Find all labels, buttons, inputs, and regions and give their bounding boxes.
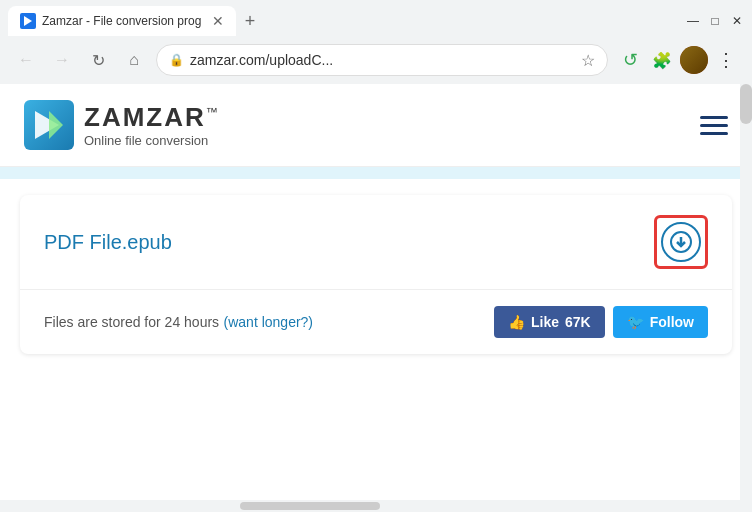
- like-count: 67K: [565, 314, 591, 330]
- new-tab-button[interactable]: +: [236, 7, 264, 35]
- title-bar-left: Zamzar - File conversion progres ✕ +: [8, 6, 264, 36]
- hamburger-line-1: [700, 116, 728, 119]
- hamburger-line-3: [700, 132, 728, 135]
- browser-tab[interactable]: Zamzar - File conversion progres ✕: [8, 6, 236, 36]
- zamzar-subtitle: Online file conversion: [84, 133, 220, 148]
- maximize-button[interactable]: □: [708, 14, 722, 28]
- logo-icon: [24, 100, 74, 150]
- svg-marker-0: [24, 16, 32, 26]
- like-label: Like: [531, 314, 559, 330]
- file-download-card: PDF File.epub Files are stored for 24 ho…: [20, 195, 732, 354]
- address-actions: ↺ 🧩 ⋮: [616, 46, 740, 74]
- bottom-scrollbar-thumb[interactable]: [240, 502, 380, 510]
- window-controls: — □ ✕: [686, 14, 744, 28]
- svg-marker-2: [49, 111, 63, 139]
- thumbs-up-icon: 👍: [508, 314, 525, 330]
- hamburger-menu-button[interactable]: [700, 116, 728, 135]
- zamzar-brand-text: ZAMZAR™ Online file conversion: [84, 102, 220, 148]
- address-bar: ← → ↻ ⌂ 🔒 zamzar.com/uploadC... ☆ ↺ 🧩 ⋮: [0, 36, 752, 84]
- follow-label: Follow: [650, 314, 694, 330]
- minimize-button[interactable]: —: [686, 14, 700, 28]
- storage-info: Files are stored for 24 hours (want long…: [44, 313, 313, 331]
- address-input[interactable]: 🔒 zamzar.com/uploadC... ☆: [156, 44, 608, 76]
- storage-row: Files are stored for 24 hours (want long…: [20, 290, 732, 354]
- browser-chrome: Zamzar - File conversion progres ✕ + — □…: [0, 0, 752, 84]
- bottom-scrollbar[interactable]: [0, 500, 740, 512]
- file-download-row: PDF File.epub: [20, 195, 732, 290]
- home-button[interactable]: ⌂: [120, 46, 148, 74]
- twitter-icon: 🐦: [627, 314, 644, 330]
- profile-avatar[interactable]: [680, 46, 708, 74]
- page-content: ZAMZAR™ Online file conversion PDF File.…: [0, 84, 752, 512]
- close-window-button[interactable]: ✕: [730, 14, 744, 28]
- blue-strip: [0, 167, 752, 179]
- scrollbar-track[interactable]: [740, 84, 752, 512]
- zamzar-header: ZAMZAR™ Online file conversion: [0, 84, 752, 167]
- tab-close-button[interactable]: ✕: [212, 13, 224, 29]
- back-button[interactable]: ←: [12, 46, 40, 74]
- tab-favicon: [20, 13, 36, 29]
- refresh-button[interactable]: ↻: [84, 46, 112, 74]
- twitter-follow-button[interactable]: 🐦 Follow: [613, 306, 708, 338]
- extensions-icon[interactable]: 🧩: [648, 46, 676, 74]
- zamzar-name: ZAMZAR™: [84, 102, 220, 133]
- cast-icon[interactable]: ↺: [616, 46, 644, 74]
- download-button-wrap: [654, 215, 708, 269]
- tab-title: Zamzar - File conversion progres: [42, 14, 202, 28]
- lock-icon: 🔒: [169, 53, 184, 67]
- social-buttons: 👍 Like 67K 🐦 Follow: [494, 306, 708, 338]
- file-name: PDF File.epub: [44, 231, 172, 254]
- title-bar: Zamzar - File conversion progres ✕ + — □…: [0, 0, 752, 36]
- hamburger-line-2: [700, 124, 728, 127]
- browser-menu-button[interactable]: ⋮: [712, 46, 740, 74]
- download-button[interactable]: [661, 222, 701, 262]
- url-text: zamzar.com/uploadC...: [190, 52, 575, 68]
- storage-text: Files are stored for 24 hours: [44, 314, 219, 330]
- facebook-like-button[interactable]: 👍 Like 67K: [494, 306, 605, 338]
- zamzar-logo: ZAMZAR™ Online file conversion: [24, 100, 220, 150]
- forward-button[interactable]: →: [48, 46, 76, 74]
- star-icon[interactable]: ☆: [581, 51, 595, 70]
- want-longer-link[interactable]: (want longer?): [224, 314, 314, 330]
- scrollbar-thumb[interactable]: [740, 84, 752, 124]
